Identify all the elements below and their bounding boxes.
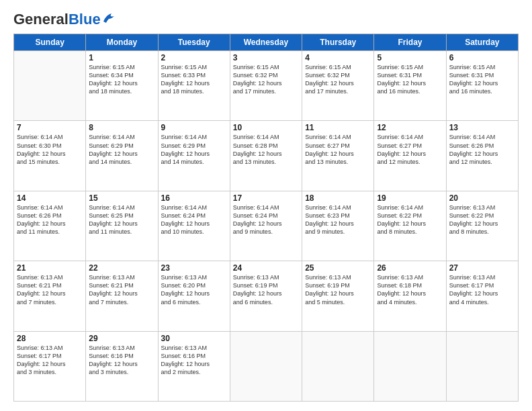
day-info: Sunrise: 6:13 AMSunset: 6:22 PMDaylight:… [449, 204, 498, 235]
calendar-cell: 13Sunrise: 6:14 AMSunset: 6:26 PMDayligh… [446, 121, 518, 191]
day-number: 20 [449, 193, 515, 203]
calendar-cell: 9Sunrise: 6:14 AMSunset: 6:29 PMDaylight… [158, 121, 230, 191]
calendar-cell: 25Sunrise: 6:13 AMSunset: 6:19 PMDayligh… [302, 261, 374, 331]
day-info: Sunrise: 6:15 AMSunset: 6:32 PMDaylight:… [233, 64, 282, 95]
calendar-cell: 30Sunrise: 6:13 AMSunset: 6:16 PMDayligh… [158, 331, 230, 401]
day-info: Sunrise: 6:13 AMSunset: 6:17 PMDaylight:… [449, 274, 498, 305]
day-number: 18 [305, 193, 371, 203]
weekday-header-sunday: Sunday [14, 34, 86, 51]
day-info: Sunrise: 6:14 AMSunset: 6:28 PMDaylight:… [233, 134, 282, 165]
day-number: 15 [89, 193, 154, 203]
day-info: Sunrise: 6:14 AMSunset: 6:23 PMDaylight:… [305, 204, 354, 235]
calendar-cell [14, 51, 86, 121]
calendar-cell: 2Sunrise: 6:15 AMSunset: 6:33 PMDaylight… [158, 51, 230, 121]
day-info: Sunrise: 6:13 AMSunset: 6:21 PMDaylight:… [17, 274, 66, 305]
day-number: 3 [233, 53, 299, 62]
day-info: Sunrise: 6:13 AMSunset: 6:16 PMDaylight:… [161, 345, 210, 375]
calendar-cell: 18Sunrise: 6:14 AMSunset: 6:23 PMDayligh… [302, 191, 374, 261]
calendar-cell: 20Sunrise: 6:13 AMSunset: 6:22 PMDayligh… [446, 191, 518, 261]
day-info: Sunrise: 6:13 AMSunset: 6:17 PMDaylight:… [17, 345, 66, 375]
weekday-header-monday: Monday [86, 34, 158, 51]
calendar-cell: 19Sunrise: 6:14 AMSunset: 6:22 PMDayligh… [374, 191, 446, 261]
day-number: 1 [89, 53, 154, 62]
calendar-cell: 29Sunrise: 6:13 AMSunset: 6:16 PMDayligh… [86, 331, 158, 401]
calendar-cell: 6Sunrise: 6:15 AMSunset: 6:31 PMDaylight… [446, 51, 518, 121]
day-number: 4 [305, 53, 371, 62]
day-number: 24 [233, 263, 299, 273]
weekday-header-tuesday: Tuesday [158, 34, 230, 51]
day-info: Sunrise: 6:13 AMSunset: 6:20 PMDaylight:… [161, 274, 210, 305]
day-info: Sunrise: 6:13 AMSunset: 6:16 PMDaylight:… [89, 345, 138, 375]
day-info: Sunrise: 6:13 AMSunset: 6:19 PMDaylight:… [305, 274, 354, 305]
day-number: 14 [17, 193, 83, 203]
day-info: Sunrise: 6:14 AMSunset: 6:27 PMDaylight:… [377, 134, 426, 165]
day-info: Sunrise: 6:14 AMSunset: 6:27 PMDaylight:… [305, 134, 354, 165]
weekday-header-thursday: Thursday [302, 34, 374, 51]
weekday-header-friday: Friday [374, 34, 446, 51]
calendar-cell [302, 331, 374, 401]
logo-general: General [13, 11, 69, 28]
day-number: 27 [449, 263, 515, 273]
day-number: 2 [161, 53, 227, 62]
calendar-cell: 11Sunrise: 6:14 AMSunset: 6:27 PMDayligh… [302, 121, 374, 191]
calendar-cell: 24Sunrise: 6:13 AMSunset: 6:19 PMDayligh… [230, 261, 302, 331]
week-row-4: 21Sunrise: 6:13 AMSunset: 6:21 PMDayligh… [14, 261, 519, 331]
week-row-2: 7Sunrise: 6:14 AMSunset: 6:30 PMDaylight… [14, 121, 519, 191]
calendar-cell: 10Sunrise: 6:14 AMSunset: 6:28 PMDayligh… [230, 121, 302, 191]
day-number: 12 [377, 123, 443, 132]
calendar-cell: 5Sunrise: 6:15 AMSunset: 6:31 PMDaylight… [374, 51, 446, 121]
logo: GeneralBlue [13, 12, 117, 27]
calendar-cell: 22Sunrise: 6:13 AMSunset: 6:21 PMDayligh… [86, 261, 158, 331]
day-number: 10 [233, 123, 299, 132]
day-info: Sunrise: 6:13 AMSunset: 6:19 PMDaylight:… [233, 274, 282, 305]
day-number: 17 [233, 193, 299, 203]
week-row-1: 1Sunrise: 6:15 AMSunset: 6:34 PMDaylight… [14, 51, 519, 121]
logo-blue: Blue [69, 11, 101, 28]
week-row-5: 28Sunrise: 6:13 AMSunset: 6:17 PMDayligh… [14, 331, 519, 401]
day-number: 19 [377, 193, 443, 203]
calendar-cell: 4Sunrise: 6:15 AMSunset: 6:32 PMDaylight… [302, 51, 374, 121]
calendar-cell: 14Sunrise: 6:14 AMSunset: 6:26 PMDayligh… [14, 191, 86, 261]
day-info: Sunrise: 6:15 AMSunset: 6:34 PMDaylight:… [89, 64, 138, 95]
calendar-cell: 3Sunrise: 6:15 AMSunset: 6:32 PMDaylight… [230, 51, 302, 121]
calendar-cell: 27Sunrise: 6:13 AMSunset: 6:17 PMDayligh… [446, 261, 518, 331]
day-info: Sunrise: 6:14 AMSunset: 6:24 PMDaylight:… [161, 204, 210, 235]
day-number: 16 [161, 193, 227, 203]
day-number: 9 [161, 123, 227, 132]
calendar-cell: 12Sunrise: 6:14 AMSunset: 6:27 PMDayligh… [374, 121, 446, 191]
day-number: 21 [17, 263, 83, 273]
weekday-header-row: SundayMondayTuesdayWednesdayThursdayFrid… [14, 34, 519, 51]
calendar-cell [374, 331, 446, 401]
day-info: Sunrise: 6:15 AMSunset: 6:31 PMDaylight:… [449, 64, 498, 95]
header: GeneralBlue [13, 12, 519, 27]
day-info: Sunrise: 6:14 AMSunset: 6:26 PMDaylight:… [449, 134, 498, 165]
calendar-cell: 8Sunrise: 6:14 AMSunset: 6:29 PMDaylight… [86, 121, 158, 191]
day-info: Sunrise: 6:15 AMSunset: 6:31 PMDaylight:… [377, 64, 426, 95]
calendar-table: SundayMondayTuesdayWednesdayThursdayFrid… [13, 34, 519, 402]
logo-text: GeneralBlue [13, 12, 101, 27]
day-number: 13 [449, 123, 515, 132]
calendar-cell [230, 331, 302, 401]
day-number: 22 [89, 263, 154, 273]
day-info: Sunrise: 6:14 AMSunset: 6:30 PMDaylight:… [17, 134, 66, 165]
day-info: Sunrise: 6:14 AMSunset: 6:22 PMDaylight:… [377, 204, 426, 235]
day-number: 25 [305, 263, 371, 273]
day-info: Sunrise: 6:14 AMSunset: 6:25 PMDaylight:… [89, 204, 138, 235]
day-number: 23 [161, 263, 227, 273]
day-info: Sunrise: 6:14 AMSunset: 6:26 PMDaylight:… [17, 204, 66, 235]
calendar-cell: 23Sunrise: 6:13 AMSunset: 6:20 PMDayligh… [158, 261, 230, 331]
calendar-cell: 28Sunrise: 6:13 AMSunset: 6:17 PMDayligh… [14, 331, 86, 401]
day-info: Sunrise: 6:14 AMSunset: 6:29 PMDaylight:… [89, 134, 138, 165]
week-row-3: 14Sunrise: 6:14 AMSunset: 6:26 PMDayligh… [14, 191, 519, 261]
day-number: 6 [449, 53, 515, 62]
day-number: 29 [89, 334, 154, 343]
day-number: 11 [305, 123, 371, 132]
day-number: 8 [89, 123, 154, 132]
day-number: 30 [161, 334, 227, 343]
calendar-cell: 1Sunrise: 6:15 AMSunset: 6:34 PMDaylight… [86, 51, 158, 121]
day-info: Sunrise: 6:15 AMSunset: 6:33 PMDaylight:… [161, 64, 210, 95]
day-number: 7 [17, 123, 83, 132]
day-info: Sunrise: 6:15 AMSunset: 6:32 PMDaylight:… [305, 64, 354, 95]
calendar-cell: 15Sunrise: 6:14 AMSunset: 6:25 PMDayligh… [86, 191, 158, 261]
weekday-header-wednesday: Wednesday [230, 34, 302, 51]
